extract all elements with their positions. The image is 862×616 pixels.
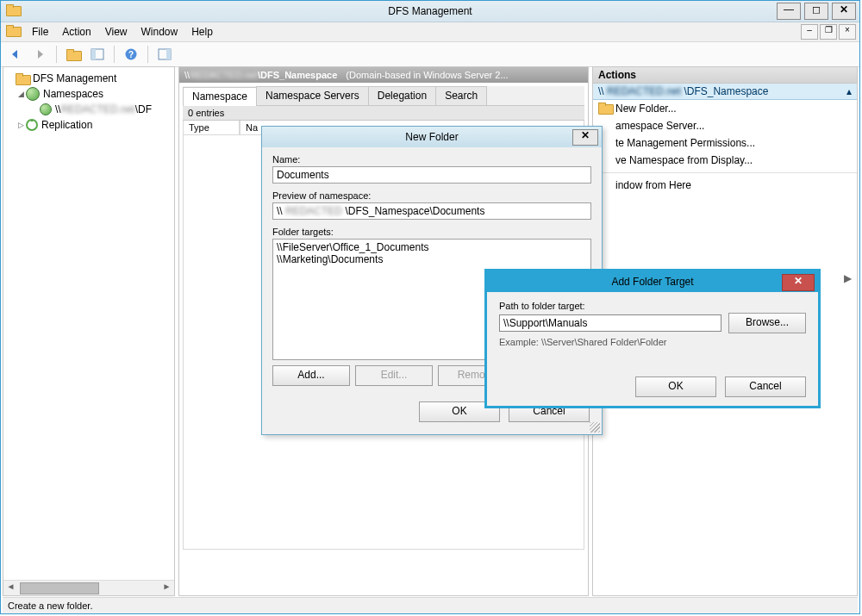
preview-label: Preview of namespace: — [272, 190, 591, 201]
show-actions-button[interactable] — [155, 45, 174, 64]
action-new-window-here[interactable]: indow from Here — [593, 177, 857, 194]
forward-button[interactable] — [30, 45, 49, 64]
menu-view[interactable]: View — [98, 22, 134, 41]
expander-icon[interactable]: ▷ — [16, 121, 26, 129]
name-input[interactable] — [272, 166, 591, 184]
namespaces-icon — [26, 87, 40, 101]
header-mid: \DFS_Namespace — [258, 70, 337, 80]
target-item[interactable]: \\Marketing\Documents — [277, 253, 587, 265]
up-button[interactable] — [64, 45, 83, 64]
minimize-button[interactable]: — — [777, 3, 801, 20]
actions-ctx-suffix: \DFS_Namespace — [684, 85, 768, 97]
actions-pane-icon — [158, 47, 172, 61]
collapse-icon[interactable]: ▴ — [846, 85, 852, 97]
console-tree: DFS Management ◢ Namespaces \\ REDACTED.… — [3, 67, 174, 136]
aft-ok-button[interactable]: OK — [635, 376, 716, 397]
window-controls: — ◻ ✕ — [777, 3, 856, 20]
dialog-title: New Folder — [262, 127, 602, 147]
menu-window[interactable]: Window — [134, 22, 185, 41]
status-text: Create a new folder. — [8, 600, 92, 611]
tab-delegation[interactable]: Delegation — [368, 86, 436, 105]
aft-title: Add Folder Target — [487, 271, 818, 292]
tree-namespaces[interactable]: ◢ Namespaces — [5, 86, 172, 102]
actions-header: Actions — [593, 67, 857, 84]
mdi-close-button[interactable]: × — [839, 24, 856, 40]
action-new-folder[interactable]: New Folder... — [593, 100, 857, 117]
mdi-minimize-button[interactable]: – — [801, 24, 818, 40]
add-target-button[interactable]: Add... — [272, 365, 350, 386]
resize-grip[interactable] — [590, 422, 600, 432]
redacted-text: REDACTED.net — [190, 70, 258, 80]
action-remove-label: ve Namespace from Display... — [615, 154, 753, 166]
status-bar: Create a new folder. — [3, 597, 858, 613]
menu-help[interactable]: Help — [184, 22, 220, 41]
action-remove-from-display[interactable]: ve Namespace from Display... — [593, 152, 857, 169]
close-button[interactable]: ✕ — [832, 3, 856, 20]
path-input[interactable] — [499, 314, 721, 332]
targets-label: Folder targets: — [272, 227, 591, 237]
dfs-root-icon — [16, 73, 29, 84]
tab-search[interactable]: Search — [435, 86, 487, 105]
preview-suffix: \DFS_Namespace\Documents — [345, 205, 484, 217]
aft-close-button[interactable]: ✕ — [782, 274, 815, 291]
mdi-restore-button[interactable]: ❐ — [820, 24, 837, 40]
action-delegate-label: te Management Permissions... — [615, 137, 755, 149]
tree-ns-prefix: \\ — [55, 103, 61, 115]
tree-namespaces-label: Namespaces — [43, 88, 103, 100]
action-delegate-permissions[interactable]: te Management Permissions... — [593, 134, 857, 152]
scroll-thumb[interactable] — [20, 582, 99, 594]
scroll-left-icon[interactable]: ◄ — [3, 582, 18, 594]
tree-replication-label: Replication — [41, 119, 92, 131]
toolbar-separator — [114, 46, 115, 63]
tab-row: Namespace Namespace Servers Delegation S… — [183, 86, 584, 106]
tree-pane: DFS Management ◢ Namespaces \\ REDACTED.… — [3, 66, 175, 596]
redacted-text: REDACTED — [285, 205, 342, 217]
aft-cancel-button[interactable]: Cancel — [725, 376, 806, 397]
tree-replication[interactable]: ▷ Replication — [5, 117, 172, 133]
tree-h-scrollbar[interactable]: ◄ ► — [3, 580, 174, 595]
entries-count: 0 entries — [183, 106, 584, 121]
menu-action[interactable]: Action — [55, 22, 97, 41]
path-example: Example: \\Server\Shared Folder\Folder — [499, 337, 806, 347]
header-desc: (Domain-based in Windows Server 2... — [346, 70, 508, 80]
action-add-ns-server[interactable]: amespace Server... — [593, 117, 857, 134]
folder-up-icon — [66, 49, 80, 59]
actions-ctx-prefix: \\ — [598, 85, 604, 97]
redacted-text: REDACTED.net — [607, 85, 681, 97]
mdi-app-icon — [6, 25, 20, 35]
tree-namespace-item[interactable]: \\ REDACTED.net \DF — [5, 102, 172, 117]
toolbar: ? — [1, 42, 859, 67]
tab-namespace-servers[interactable]: Namespace Servers — [256, 86, 369, 105]
new-folder-icon — [598, 103, 610, 111]
tree-root[interactable]: DFS Management — [5, 71, 172, 86]
main-header: \\ REDACTED.net \DFS_Namespace (Domain-b… — [179, 67, 588, 83]
show-hide-tree-button[interactable] — [88, 45, 107, 64]
target-item[interactable]: \\FileServer\Office_1_Documents — [277, 241, 587, 253]
edit-target-button: Edit... — [355, 365, 433, 386]
aft-body: Path to folder target: Browse... Example… — [487, 292, 818, 406]
flyout-arrow-icon[interactable]: ▶ — [844, 272, 852, 284]
menubar: File Action View Window Help – ❐ × — [1, 22, 859, 42]
dialog-close-button[interactable]: ✕ — [572, 129, 598, 146]
menu-file[interactable]: File — [25, 22, 55, 41]
redacted-text: REDACTED.net — [61, 103, 135, 115]
back-button[interactable] — [6, 45, 25, 64]
maximize-button[interactable]: ◻ — [804, 3, 828, 20]
mdi-controls: – ❐ × — [801, 24, 856, 40]
action-new-folder-label: New Folder... — [615, 103, 677, 115]
arrow-left-icon — [9, 47, 22, 61]
namespace-item-icon — [40, 103, 52, 115]
svg-rect-1 — [91, 49, 96, 59]
help-button[interactable]: ? — [122, 45, 141, 64]
scroll-right-icon[interactable]: ► — [159, 582, 174, 594]
browse-button[interactable]: Browse... — [728, 313, 806, 333]
tree-root-label: DFS Management — [33, 72, 116, 84]
preview-prefix: \\ — [277, 205, 283, 217]
tree-ns-suffix: \DF — [135, 103, 152, 115]
column-type[interactable]: Type — [183, 121, 240, 135]
name-label: Name: — [272, 154, 591, 165]
pane-icon — [91, 47, 104, 61]
expander-icon[interactable]: ◢ — [16, 90, 26, 98]
tab-namespace[interactable]: Namespace — [183, 87, 257, 106]
aft-titlebar: Add Folder Target ✕ — [487, 271, 818, 292]
